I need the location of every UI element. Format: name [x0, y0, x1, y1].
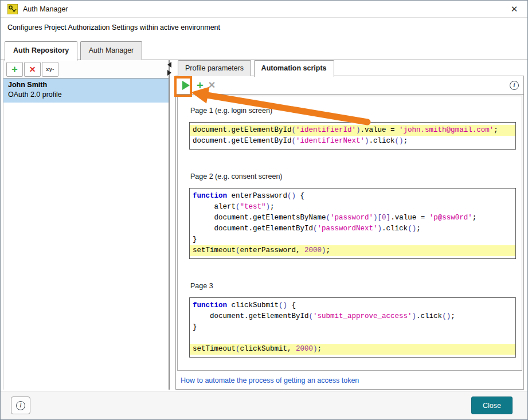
auth-repository-panel: + ✕ xy- John Smith OAuth 2.0 profile — [3, 60, 170, 390]
code-line: document.getElementById('identifierNext'… — [190, 136, 515, 147]
add-script-button[interactable]: + — [197, 80, 204, 91]
script-code-editor[interactable]: document.getElementById('identifierId').… — [189, 122, 516, 150]
delete-icon: ✕ — [29, 65, 36, 73]
code-line: document.getElementsByName('password')[0… — [190, 213, 515, 223]
code-line: alert("test"); — [190, 202, 515, 213]
script-code-editor[interactable]: function enterPassword() { alert("test")… — [189, 188, 516, 259]
help-link-row: How to automate the process of getting a… — [176, 372, 523, 389]
code-line: document.getElementById('passwordNext').… — [190, 223, 515, 234]
window-subtitle: Configures Project Authorization Setting… — [1, 18, 527, 37]
script-section: Page 1 (e.g. login screen)document.getEl… — [189, 107, 522, 150]
script-section: Page 2 (e.g. consent screen)function ent… — [189, 172, 522, 259]
script-section-label: Page 3 — [190, 282, 522, 290]
add-profile-button[interactable]: + — [6, 62, 23, 77]
code-line: function enterPassword() { — [190, 191, 515, 202]
code-line: setTimeout(clickSubmit, 2000); — [190, 344, 515, 355]
automation-scripts-body: + ✕ i Page 1 (e.g. login screen)document… — [175, 76, 524, 390]
tab-auth-repository[interactable]: Auth Repository — [5, 41, 77, 61]
plus-icon: + — [11, 64, 18, 74]
code-line: function clickSubmit() { — [190, 300, 515, 311]
close-button[interactable]: Close — [471, 397, 513, 414]
play-icon — [182, 81, 190, 90]
script-code-editor[interactable]: function clickSubmit() { document.getEle… — [189, 297, 516, 358]
code-line: document.getElementById('identifierId').… — [190, 125, 515, 136]
profile-name: John Smith — [8, 80, 164, 90]
code-line — [190, 333, 515, 344]
scripts-toolbar: + ✕ i — [176, 76, 523, 95]
footer-info-button[interactable]: i — [11, 397, 30, 414]
rename-icon: xy- — [46, 66, 54, 72]
script-section-label: Page 1 (e.g. login screen) — [190, 107, 522, 115]
scripts-scroll-area: Page 1 (e.g. login screen)document.getEl… — [176, 95, 523, 372]
scripts-list: Page 1 (e.g. login screen)document.getEl… — [177, 96, 522, 371]
app-icon — [7, 4, 18, 14]
code-line: document.getElementById('submit_approve_… — [190, 311, 515, 322]
rename-profile-button[interactable]: xy- — [42, 62, 58, 77]
delete-profile-button[interactable]: ✕ — [24, 62, 41, 77]
footer-bar: i Close — [1, 391, 527, 419]
info-icon: i — [16, 401, 25, 410]
auth-manager-window: Auth Manager ✕ Configures Project Author… — [0, 0, 528, 420]
help-link[interactable]: How to automate the process of getting a… — [181, 376, 359, 384]
remove-script-button[interactable]: ✕ — [208, 81, 216, 90]
code-line: } — [190, 234, 515, 245]
profile-list-item[interactable]: John Smith OAuth 2.0 profile — [3, 78, 169, 103]
script-section: Page 3function clickSubmit() { document.… — [189, 282, 522, 358]
profile-type: OAuth 2.0 profile — [8, 90, 164, 100]
tab-automation-scripts[interactable]: Automation scripts — [254, 60, 334, 77]
title-bar: Auth Manager ✕ — [1, 1, 527, 18]
repository-toolbar: + ✕ xy- — [3, 60, 169, 78]
script-section-label: Page 2 (e.g. consent screen) — [190, 172, 522, 180]
code-line: setTimeout(enterPassword, 2000); — [190, 245, 515, 256]
tab-auth-manager[interactable]: Auth Manager — [80, 41, 143, 60]
collapse-right-icon[interactable] — [167, 70, 171, 76]
tab-profile-parameters[interactable]: Profile parameters — [178, 60, 251, 76]
splitter-handle[interactable] — [167, 62, 173, 79]
window-title: Auth Manager — [23, 5, 68, 13]
main-tab-bar: Auth Repository Auth Manager — [1, 41, 527, 60]
profile-detail-panel: Profile parameters Automation scripts + … — [175, 60, 524, 390]
profile-tab-bar: Profile parameters Automation scripts — [175, 60, 524, 76]
info-icon[interactable]: i — [510, 81, 519, 90]
run-scripts-button[interactable] — [178, 77, 193, 94]
content-area: + ✕ xy- John Smith OAuth 2.0 profile — [1, 60, 527, 391]
window-close-icon[interactable]: ✕ — [508, 3, 521, 15]
code-line: } — [190, 322, 515, 333]
collapse-left-icon[interactable] — [167, 62, 171, 68]
